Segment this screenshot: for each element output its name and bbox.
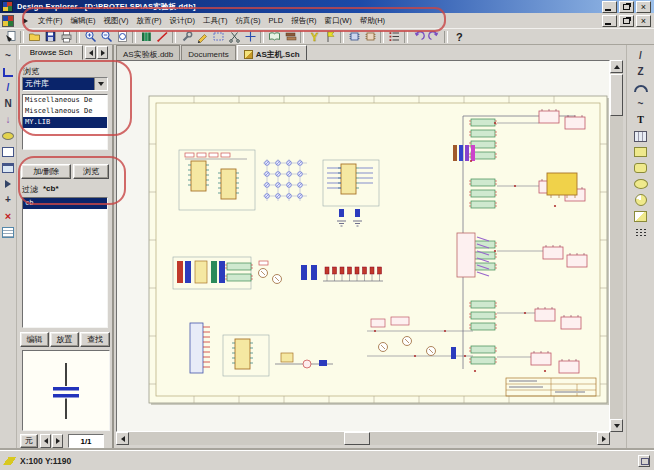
library-list-item[interactable]: Miscellaneous De xyxy=(23,95,107,106)
dropdown-button[interactable] xyxy=(94,78,107,90)
library-list-item[interactable]: Miscellaneous De xyxy=(23,106,107,117)
browse-library-icon[interactable] xyxy=(266,29,282,44)
status-corner-icon[interactable] xyxy=(638,455,650,467)
curve-tool-icon[interactable]: ~ xyxy=(632,96,650,112)
move-icon[interactable] xyxy=(242,29,258,44)
add-part-icon[interactable] xyxy=(282,29,298,44)
zoom-document-icon[interactable] xyxy=(114,29,130,44)
sheet-symbol-icon[interactable] xyxy=(1,160,16,176)
add-remove-button[interactable]: 加/删除 xyxy=(21,164,71,179)
part-mode-button[interactable]: 元 xyxy=(20,434,38,448)
cut-icon[interactable] xyxy=(226,29,242,44)
menu-help[interactable]: 帮助(H) xyxy=(356,14,389,28)
no-erc-icon[interactable]: × xyxy=(1,208,16,224)
arc-tool-icon[interactable] xyxy=(632,80,650,96)
menu-view[interactable]: 视图(V) xyxy=(100,14,133,28)
paste-array-icon[interactable] xyxy=(632,128,650,144)
doc-minimize-button[interactable] xyxy=(602,15,617,27)
libraries-icon[interactable] xyxy=(138,29,154,44)
scroll-left-button[interactable] xyxy=(116,432,129,445)
menu-edit[interactable]: 编辑(E) xyxy=(67,14,100,28)
net-label-icon[interactable]: N xyxy=(1,96,16,112)
graphic-tool-icon[interactable] xyxy=(632,208,650,224)
menu-window[interactable]: 窗口(W) xyxy=(321,14,356,28)
tab-ddb[interactable]: AS实验板.ddb xyxy=(116,45,180,60)
next-part-button[interactable] xyxy=(52,434,63,448)
minimize-button[interactable] xyxy=(602,1,617,13)
ellipse-tool-icon[interactable] xyxy=(632,176,650,192)
power-source-icon[interactable] xyxy=(1,128,16,144)
zoom-in-icon[interactable] xyxy=(82,29,98,44)
scroll-right-button[interactable] xyxy=(597,432,610,445)
close-button[interactable]: × xyxy=(636,1,651,13)
drawing-tools-icon[interactable] xyxy=(194,29,210,44)
save-icon[interactable] xyxy=(42,29,58,44)
menu-tools[interactable]: 工具(T) xyxy=(199,14,232,28)
open-document-icon[interactable] xyxy=(26,29,42,44)
menu-place[interactable]: 放置(P) xyxy=(133,14,166,28)
child-menu-arrow-icon[interactable] xyxy=(23,18,28,24)
array-placement-icon[interactable] xyxy=(632,224,650,240)
run-flag-icon[interactable] xyxy=(322,29,338,44)
edit-button[interactable]: 编辑 xyxy=(20,332,49,347)
rounded-rectangle-tool-icon[interactable] xyxy=(632,160,650,176)
selection-icon[interactable] xyxy=(210,29,226,44)
wiring-tools-icon[interactable] xyxy=(154,29,170,44)
browse-button[interactable]: 浏览 xyxy=(73,164,109,179)
bus-tool-icon[interactable] xyxy=(1,64,16,80)
menu-simulate[interactable]: 仿真(S) xyxy=(232,14,265,28)
find-button[interactable]: 查找 xyxy=(80,332,110,347)
bus-entry-icon[interactable]: / xyxy=(1,80,16,96)
simulation-probe-icon[interactable]: Y xyxy=(306,29,322,44)
tools-icon[interactable] xyxy=(178,29,194,44)
tab-browse-sch[interactable]: Browse Sch xyxy=(19,45,83,60)
explorer-toggle-icon[interactable] xyxy=(2,29,18,44)
panel-scroll-left-button[interactable] xyxy=(85,46,96,59)
power-port-icon[interactable]: ↓ xyxy=(1,112,16,128)
scroll-up-button[interactable] xyxy=(610,60,623,73)
pie-chart-tool-icon[interactable] xyxy=(632,192,650,208)
part-icon[interactable] xyxy=(1,144,16,160)
component-list-item-selected[interactable]: cb xyxy=(23,198,107,209)
library-list-item-selected[interactable]: MY.LIB xyxy=(23,117,107,128)
polyline-tool-icon[interactable]: Z xyxy=(632,64,650,80)
tab-documents[interactable]: Documents xyxy=(181,45,235,60)
junction-icon[interactable]: + xyxy=(1,192,16,208)
filter-value[interactable]: *cb* xyxy=(43,184,59,193)
annotate-icon[interactable] xyxy=(386,29,402,44)
redo-icon[interactable] xyxy=(426,29,442,44)
panel-scroll-right-button[interactable] xyxy=(97,46,108,59)
prev-part-button[interactable] xyxy=(40,434,51,448)
document-system-menu-icon[interactable] xyxy=(2,15,14,27)
browse-mode-dropdown[interactable]: 元件库 xyxy=(22,77,108,91)
scroll-down-button[interactable] xyxy=(610,419,623,432)
library-list[interactable]: Miscellaneous De Miscellaneous De MY.LIB xyxy=(22,94,108,150)
line-tool-icon[interactable]: / xyxy=(632,48,650,64)
schematic-canvas[interactable] xyxy=(116,60,610,432)
menu-reports[interactable]: 报告(R) xyxy=(287,14,320,28)
vertical-scroll-thumb[interactable] xyxy=(610,74,623,116)
print-icon[interactable] xyxy=(58,29,74,44)
menu-file[interactable]: 文件(F) xyxy=(34,14,67,28)
restore-button[interactable] xyxy=(619,1,634,13)
zoom-out-icon[interactable] xyxy=(98,29,114,44)
doc-restore-button[interactable] xyxy=(619,15,634,27)
tab-schematic-active[interactable]: AS主机.Sch xyxy=(237,45,307,60)
rectangle-tool-icon[interactable] xyxy=(632,144,650,160)
text-frame-icon[interactable] xyxy=(1,224,16,240)
help-icon[interactable]: ? xyxy=(450,29,466,44)
doc-close-button[interactable]: × xyxy=(636,15,651,27)
place-button[interactable]: 放置 xyxy=(50,332,79,347)
horizontal-scroll-thumb[interactable] xyxy=(344,432,370,445)
chip-digital-icon[interactable] xyxy=(346,29,362,44)
horizontal-scrollbar[interactable] xyxy=(116,432,610,445)
sheet-entry-icon[interactable] xyxy=(1,176,16,192)
text-tool-icon[interactable]: T xyxy=(632,112,650,128)
wire-tool-icon[interactable]: ~ xyxy=(1,48,16,64)
vertical-scrollbar[interactable] xyxy=(610,60,623,432)
menu-design[interactable]: 设计(D) xyxy=(166,14,199,28)
menu-pld[interactable]: PLD xyxy=(265,14,288,28)
chip-analog-icon[interactable] xyxy=(362,29,378,44)
component-list[interactable]: cb xyxy=(22,197,108,328)
undo-icon[interactable] xyxy=(410,29,426,44)
